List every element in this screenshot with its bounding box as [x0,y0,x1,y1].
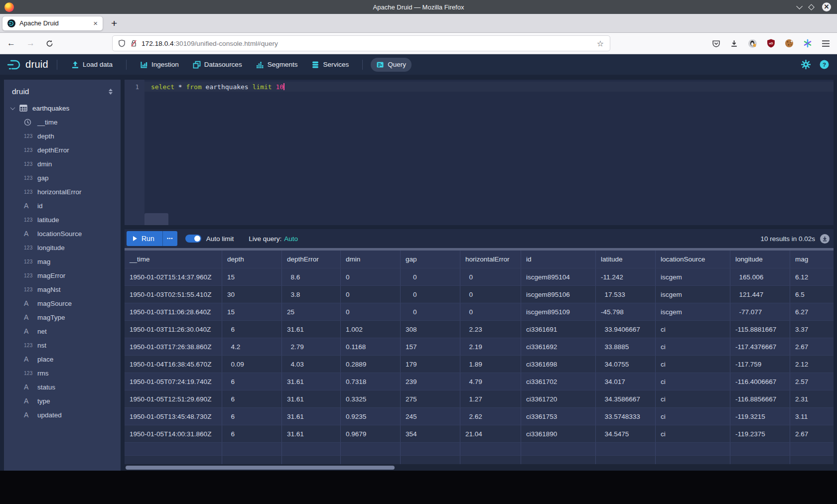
tree-item-column-magError[interactable]: 123magError [4,268,121,282]
cell-latitude[interactable]: 33.9406667 [596,321,656,338]
cell-mag[interactable]: 2.67 [790,338,834,355]
tree-item-column-__time[interactable]: __time [4,115,121,129]
ublock-icon[interactable]: uO [767,39,775,48]
cell-depth[interactable]: 6 [222,390,282,407]
cell-locationSource[interactable]: ci [656,356,730,373]
bookmark-star-icon[interactable]: ☆ [597,39,604,48]
cell-__time[interactable]: 1950-01-03T02:51:55.410Z [125,286,222,303]
cell-dmin[interactable]: 0.1168 [341,338,401,355]
cell-depth[interactable]: 0.09 [222,356,282,373]
column-header-gap[interactable]: gap [401,251,460,268]
run-button[interactable]: Run [127,231,162,246]
live-query-value[interactable]: Auto [284,235,298,243]
cell-depthError[interactable]: 31.61 [282,408,341,425]
cell-__time[interactable]: 1950-01-05T07:24:19.740Z [125,373,222,390]
column-header-__time[interactable]: __time [125,251,222,268]
cell-latitude[interactable]: -45.798 [596,303,656,320]
cell-__time[interactable]: 1950-01-05T14:00:31.860Z [125,425,222,442]
nav-item-services[interactable]: Services [306,58,354,72]
cell-__time[interactable]: 1950-01-03T17:26:38.860Z [125,338,222,355]
cell-depthError[interactable]: 31.61 [282,373,341,390]
column-header-latitude[interactable]: latitude [596,251,656,268]
cell-id[interactable]: ci3361692 [521,338,596,355]
cell-depthError[interactable]: 8.6 [282,268,341,285]
cell-latitude[interactable]: -11.242 [596,268,656,285]
horizontal-scrollbar[interactable] [125,464,834,471]
cell-latitude[interactable]: 34.0755 [596,356,656,373]
cell-gap[interactable]: 354 [401,425,460,442]
shield-icon[interactable] [118,39,126,47]
help-icon[interactable]: ? [820,60,829,69]
cell-dmin[interactable]: 0.2889 [341,356,401,373]
druid-brand[interactable]: druid [7,59,48,70]
tree-item-column-net[interactable]: Anet [4,324,121,338]
menu-icon[interactable] [822,40,830,47]
window-shade-icon[interactable] [796,3,803,9]
run-more-button[interactable]: ••• [162,231,177,246]
cell-longitude[interactable]: -117.4376667 [730,338,790,355]
cell-longitude[interactable]: -117.759 [730,356,790,373]
tree-item-column-nst[interactable]: 123nst [4,338,121,352]
cell-horizontalError[interactable]: 2.23 [460,321,521,338]
forward-icon[interactable]: → [26,38,35,48]
tree-item-column-horizontalError[interactable]: 123horizontalError [4,185,121,199]
tree-item-column-status[interactable]: Astatus [4,380,121,394]
broken-lock-icon[interactable] [130,39,138,47]
cell-__time[interactable]: 1950-01-05T13:45:48.730Z [125,408,222,425]
tree-item-column-updated[interactable]: Aupdated [4,408,121,422]
column-header-mag[interactable]: mag [790,251,834,268]
cell-depth[interactable]: 30 [222,286,282,303]
cell-mag[interactable]: 2.12 [790,356,834,373]
tree-item-column-depthError[interactable]: 123depthError [4,143,121,157]
back-icon[interactable]: ← [7,38,15,48]
cell-__time[interactable]: 1950-01-03T11:06:28.640Z [125,303,222,320]
auto-limit-toggle[interactable] [185,235,201,243]
cell-gap[interactable]: 0 [401,268,460,285]
cell-depthError[interactable]: 31.61 [282,321,341,338]
cell-locationSource[interactable]: ci [656,338,730,355]
cell-mag[interactable]: 3.37 [790,321,834,338]
cell-__time[interactable]: 1950-01-03T11:26:30.040Z [125,321,222,338]
cell-id[interactable]: iscgem895104 [521,268,596,285]
cell-locationSource[interactable]: ci [656,321,730,338]
cookie-extension-icon[interactable] [785,39,794,48]
download-results-icon[interactable] [820,234,830,244]
chevron-down-icon[interactable] [10,105,15,110]
sql-code-line[interactable]: select * from earthquakes limit 10 [144,80,834,225]
cell-mag[interactable]: 2.31 [790,390,834,407]
cell-horizontalError[interactable]: 1.89 [460,356,521,373]
cell-id[interactable]: ci3361691 [521,321,596,338]
cell-latitude[interactable]: 33.8885 [596,338,656,355]
url-text[interactable]: 172.18.0.4:30109/unified-console.html#qu… [141,40,597,47]
cell-latitude[interactable]: 34.5475 [596,425,656,442]
tree-item-column-gap[interactable]: 123gap [4,171,121,185]
extension-penguin-icon[interactable] [748,39,757,48]
tree-item-column-locationSource[interactable]: AlocationSource [4,227,121,241]
cell-longitude[interactable]: -116.8856667 [730,390,790,407]
cell-dmin[interactable]: 0 [341,286,401,303]
column-header-depthError[interactable]: depthError [282,251,341,268]
cell-depthError[interactable]: 2.79 [282,338,341,355]
cell-dmin[interactable]: 0.3325 [341,390,401,407]
tree-item-column-latitude[interactable]: 123latitude [4,213,121,227]
cell-longitude[interactable]: -115.8881667 [730,321,790,338]
tree-item-column-magNst[interactable]: 123magNst [4,282,121,296]
cell-locationSource[interactable]: ci [656,373,730,390]
cell-dmin[interactable]: 0 [341,268,401,285]
cell-gap[interactable]: 179 [401,356,460,373]
tree-item-column-rms[interactable]: 123rms [4,366,121,380]
cell-dmin[interactable]: 0.7318 [341,373,401,390]
cell-depth[interactable]: 6 [222,425,282,442]
tab-close-icon[interactable]: × [93,19,98,27]
cell-mag[interactable]: 2.57 [790,373,834,390]
cell-horizontalError[interactable]: 2.19 [460,338,521,355]
cell-horizontalError[interactable]: 0 [460,286,521,303]
cell-latitude[interactable]: 34.017 [596,373,656,390]
cell-depth[interactable]: 15 [222,268,282,285]
pocket-icon[interactable] [712,39,720,48]
cell-depthError[interactable]: 25 [282,303,341,320]
new-tab-button[interactable]: + [111,17,117,29]
tree-item-column-id[interactable]: Aid [4,199,121,213]
tree-item-column-dmin[interactable]: 123dmin [4,157,121,171]
cell-id[interactable]: ci3361702 [521,373,596,390]
